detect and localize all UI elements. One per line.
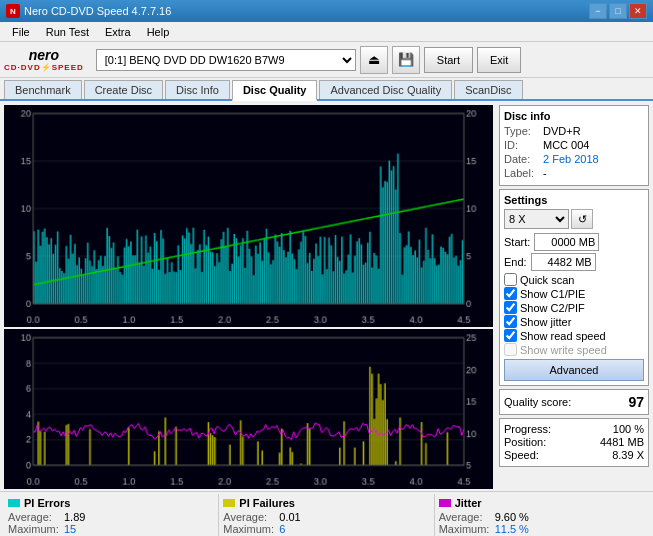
logo: nero CD·DVD⚡SPEED xyxy=(4,47,84,72)
bottom-chart xyxy=(4,329,493,489)
settings-title: Settings xyxy=(504,194,644,206)
close-button[interactable]: ✕ xyxy=(629,3,647,19)
minimize-button[interactable]: − xyxy=(589,3,607,19)
quick-scan-row: Quick scan xyxy=(504,273,644,286)
show-c1pie-row: Show C1/PIE xyxy=(504,287,644,300)
exit-button[interactable]: Exit xyxy=(477,47,521,73)
show-read-speed-label: Show read speed xyxy=(520,330,606,342)
tab-disc-quality[interactable]: Disc Quality xyxy=(232,80,318,101)
show-write-speed-row: Show write speed xyxy=(504,343,644,356)
show-jitter-row: Show jitter xyxy=(504,315,644,328)
advanced-button[interactable]: Advanced xyxy=(504,359,644,381)
tab-scan-disc[interactable]: ScanDisc xyxy=(454,80,522,99)
show-read-speed-checkbox[interactable] xyxy=(504,329,517,342)
jitter-group: Jitter Average: 9.60 % Maximum: 11.5 % P… xyxy=(435,494,649,536)
progress-value: 100 % xyxy=(613,423,644,435)
drive-select[interactable]: [0:1] BENQ DVD DD DW1620 B7W9 xyxy=(96,49,356,71)
top-chart xyxy=(4,105,493,327)
disc-type-row: Type: DVD+R xyxy=(504,125,644,137)
menu-extra[interactable]: Extra xyxy=(97,24,139,40)
tab-create-disc[interactable]: Create Disc xyxy=(84,80,163,99)
show-jitter-label: Show jitter xyxy=(520,316,571,328)
start-input[interactable] xyxy=(534,233,599,251)
disc-info-title: Disc info xyxy=(504,110,644,122)
menu-help[interactable]: Help xyxy=(139,24,178,40)
toolbar: nero CD·DVD⚡SPEED [0:1] BENQ DVD DD DW16… xyxy=(0,42,653,78)
menu-file[interactable]: File xyxy=(4,24,38,40)
quality-score-value: 97 xyxy=(628,394,644,410)
position-label: Position: xyxy=(504,436,546,448)
speed-reset-icon[interactable]: ↺ xyxy=(571,209,593,229)
tab-advanced-disc-quality[interactable]: Advanced Disc Quality xyxy=(319,80,452,99)
speed-value: 8.39 X xyxy=(612,449,644,461)
stats-area: PI Errors Average: 1.89 Maximum: 15 Tota… xyxy=(0,491,653,536)
position-row: Position: 4481 MB xyxy=(504,436,644,448)
pi-errors-avg: 1.89 xyxy=(64,511,85,523)
disc-label-value: - xyxy=(543,167,547,179)
pi-errors-group: PI Errors Average: 1.89 Maximum: 15 Tota… xyxy=(4,494,219,536)
disc-type-value: DVD+R xyxy=(543,125,581,137)
show-c1pie-checkbox[interactable] xyxy=(504,287,517,300)
start-button[interactable]: Start xyxy=(424,47,473,73)
speed-label: Speed: xyxy=(504,449,539,461)
jitter-max: 11.5 % xyxy=(495,523,529,535)
show-jitter-checkbox[interactable] xyxy=(504,315,517,328)
logo-nero: nero xyxy=(29,47,59,63)
speed-select[interactable]: 8 X 4 X 12 X 16 X xyxy=(504,209,569,229)
tabs-bar: Benchmark Create Disc Disc Info Disc Qua… xyxy=(0,78,653,101)
position-value: 4481 MB xyxy=(600,436,644,448)
quality-label: Quality score: xyxy=(504,396,571,408)
maximize-button[interactable]: □ xyxy=(609,3,627,19)
menu-run-test[interactable]: Run Test xyxy=(38,24,97,40)
pi-failures-group: PI Failures Average: 0.01 Maximum: 6 Tot… xyxy=(219,494,434,536)
disc-info-box: Disc info Type: DVD+R ID: MCC 004 Date: … xyxy=(499,105,649,186)
show-read-speed-row: Show read speed xyxy=(504,329,644,342)
quick-scan-checkbox[interactable] xyxy=(504,273,517,286)
tab-benchmark[interactable]: Benchmark xyxy=(4,80,82,99)
pi-failures-title: PI Failures xyxy=(239,497,295,509)
show-write-speed-checkbox xyxy=(504,343,517,356)
progress-info-box: Progress: 100 % Position: 4481 MB Speed:… xyxy=(499,418,649,467)
show-c2pif-row: Show C2/PIF xyxy=(504,301,644,314)
eject-icon-button[interactable]: ⏏ xyxy=(360,46,388,74)
speed-row-info: Speed: 8.39 X xyxy=(504,449,644,461)
pi-failures-max: 6 xyxy=(279,523,285,535)
app-icon: N xyxy=(6,4,20,18)
pi-failures-color xyxy=(223,499,235,507)
disc-date-value: 2 Feb 2018 xyxy=(543,153,599,165)
pi-errors-title: PI Errors xyxy=(24,497,70,509)
show-c1pie-label: Show C1/PIE xyxy=(520,288,585,300)
tab-disc-info[interactable]: Disc Info xyxy=(165,80,230,99)
progress-row: Progress: 100 % xyxy=(504,423,644,435)
jitter-title: Jitter xyxy=(455,497,482,509)
pi-failures-avg: 0.01 xyxy=(279,511,300,523)
title-bar: N Nero CD-DVD Speed 4.7.7.16 − □ ✕ xyxy=(0,0,653,22)
quality-score-box: Quality score: 97 xyxy=(499,389,649,415)
show-write-speed-label: Show write speed xyxy=(520,344,607,356)
title-text: Nero CD-DVD Speed 4.7.7.16 xyxy=(24,5,171,17)
pi-errors-color xyxy=(8,499,20,507)
show-c2pif-checkbox[interactable] xyxy=(504,301,517,314)
end-input[interactable] xyxy=(531,253,596,271)
quick-scan-label: Quick scan xyxy=(520,274,574,286)
jitter-color xyxy=(439,499,451,507)
end-input-row: End: xyxy=(504,253,644,271)
pi-errors-max: 15 xyxy=(64,523,76,535)
disc-label-row: Label: - xyxy=(504,167,644,179)
jitter-avg: 9.60 % xyxy=(495,511,529,523)
start-input-row: Start: xyxy=(504,233,644,251)
show-c2pif-label: Show C2/PIF xyxy=(520,302,585,314)
settings-box: Settings 8 X 4 X 12 X 16 X ↺ Start: End: xyxy=(499,189,649,386)
disc-id-row: ID: MCC 004 xyxy=(504,139,644,151)
disc-id-value: MCC 004 xyxy=(543,139,589,151)
right-panel: Disc info Type: DVD+R ID: MCC 004 Date: … xyxy=(495,101,653,491)
save-icon-button[interactable]: 💾 xyxy=(392,46,420,74)
progress-label: Progress: xyxy=(504,423,551,435)
logo-sub: CD·DVD⚡SPEED xyxy=(4,63,84,72)
disc-date-row: Date: 2 Feb 2018 xyxy=(504,153,644,165)
menu-bar: File Run Test Extra Help xyxy=(0,22,653,42)
